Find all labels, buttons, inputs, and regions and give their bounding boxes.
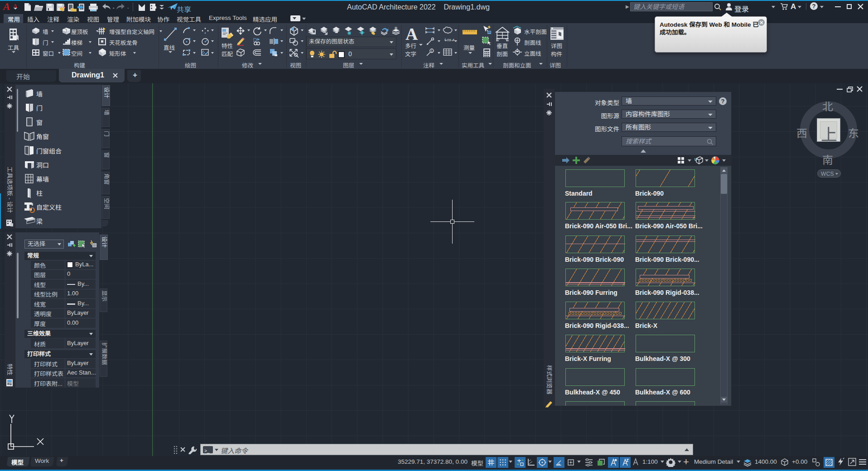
svg-text:1: 1 (431, 49, 433, 53)
svg-text:A: A (516, 39, 518, 42)
